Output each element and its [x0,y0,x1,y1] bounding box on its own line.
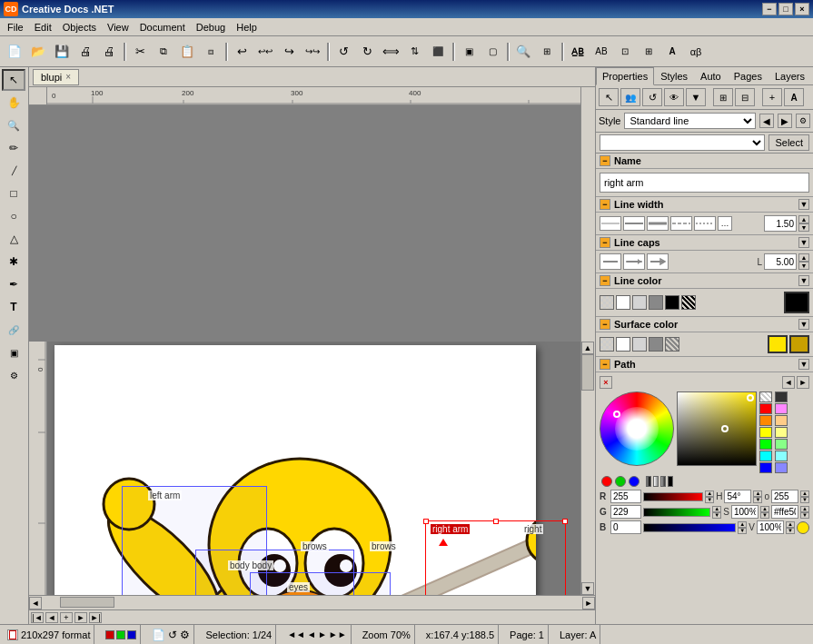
canvas-drawing-area[interactable]: left arm brows brows right arm right bod… [47,342,580,596]
linewidth-input[interactable] [764,215,797,232]
print-button[interactable]: 🖨 [74,41,96,63]
props-grid-btn[interactable]: ⊞ [713,88,733,106]
props-text-btn[interactable]: A [784,88,804,106]
name-toggle[interactable]: − [600,155,610,166]
window-controls[interactable]: − □ × [762,3,809,15]
surfacecolor-pattern[interactable] [665,337,679,352]
bar3[interactable] [660,476,666,487]
path-expand[interactable]: ▼ [798,359,809,370]
ungroup-button[interactable]: ▢ [481,41,503,63]
section-name-header[interactable]: − Name [596,154,813,169]
o-input[interactable] [771,490,798,503]
page-add-button[interactable]: + [60,612,73,623]
linewidth-toggle[interactable]: − [600,199,610,210]
section-linecaps-header[interactable]: − Line caps ▼ [596,235,813,251]
swatch-lgreen[interactable] [775,439,788,450]
scroll-left-button[interactable]: ◄ [29,597,42,609]
select-button[interactable]: Select [768,134,809,151]
swatch-lblue[interactable] [775,462,788,473]
tool-hand[interactable]: ✋ [2,92,25,114]
g-up[interactable]: ▲ [712,506,721,512]
b-up[interactable]: ▲ [738,521,747,528]
cap-style-1[interactable] [600,253,621,270]
group-button[interactable]: ▣ [458,41,480,63]
scrollbar-vertical[interactable]: ▲ ▼ [580,342,595,596]
bar4[interactable] [668,476,673,487]
section-path-header[interactable]: − Path ▼ [596,357,813,372]
section-linewidth-header[interactable]: − Line width ▼ [596,197,813,213]
r-up[interactable]: ▲ [705,490,714,497]
menu-file[interactable]: File [2,20,29,35]
props-dropdown-btn[interactable]: ▼ [686,88,706,106]
tool-line[interactable]: ╱ [2,160,25,182]
linecolor-expand[interactable]: ▼ [798,275,809,286]
canvas-area[interactable]: 0 100 200 300 400 [29,87,595,624]
linecolor-gray[interactable] [649,295,663,310]
rotate2-button[interactable]: ↻ [356,41,378,63]
rotate-button[interactable]: ↺ [332,41,354,63]
swatch-dark[interactable] [775,391,788,402]
linecaps-up[interactable]: ▲ [798,253,809,262]
save-button[interactable]: 💾 [51,41,73,63]
r-down[interactable]: ▼ [705,497,714,503]
s-up[interactable]: ▲ [760,506,769,512]
text4-button[interactable]: ⊞ [638,41,659,63]
surfacecolor-white[interactable] [616,337,630,352]
colorpicker-next[interactable]: ► [797,376,809,389]
tool-select[interactable]: ↖ [2,69,25,91]
r-input[interactable] [610,490,641,503]
g-input[interactable] [610,505,641,519]
page-last-button[interactable]: ►| [89,612,102,623]
tool-text[interactable]: T [2,296,25,318]
s-down[interactable]: ▼ [760,512,769,519]
scroll-track-v[interactable] [581,354,595,583]
scroll-thumb-h[interactable] [60,597,114,608]
tool-polygon[interactable]: △ [2,228,25,250]
dot-green[interactable] [615,476,626,487]
color-square[interactable] [677,391,757,466]
hex-down[interactable]: ▼ [800,512,809,519]
tab-close-button[interactable]: × [65,72,71,82]
close-button[interactable]: × [795,3,809,15]
bar2[interactable] [653,476,659,487]
swatch-green[interactable] [759,439,772,450]
line-style-5[interactable] [694,216,716,231]
tool-star[interactable]: ✱ [2,251,25,272]
h-down[interactable]: ▼ [753,497,762,503]
o-down[interactable]: ▼ [800,497,809,503]
cut-button[interactable]: ✂ [129,41,151,63]
redo2-button[interactable]: ↪↪ [302,41,323,63]
tab-auto[interactable]: Auto [694,67,728,84]
undo-button[interactable]: ↩ [231,41,253,63]
line-style-1[interactable] [600,216,621,231]
swatch-cyan[interactable] [759,451,772,461]
h-input[interactable] [724,490,751,503]
props-grid2-btn[interactable]: ⊟ [735,88,755,106]
linecolor-lgray[interactable] [632,295,647,310]
s-input[interactable] [731,505,758,519]
color-wheel[interactable] [600,391,674,466]
linecaps-expand[interactable]: ▼ [798,237,809,248]
paste2-button[interactable]: ⧈ [200,41,222,63]
linecolor-current[interactable] [784,292,809,313]
undo2-button[interactable]: ↩↩ [254,41,276,63]
zoom-out-button[interactable]: 🔍 [512,41,534,63]
page-first-button[interactable]: |◄ [31,612,44,623]
arrange-button[interactable]: ⬛ [427,41,449,63]
line-style-3[interactable] [647,216,669,231]
v-up[interactable]: ▲ [786,521,795,528]
surfacecolor-toggle[interactable]: − [600,319,610,330]
menu-edit[interactable]: Edit [29,20,57,35]
section-surfacecolor-header[interactable]: − Surface color ▼ [596,317,813,332]
dot-blue[interactable] [629,476,639,487]
line-style-4[interactable] [670,216,692,231]
flip-button[interactable]: ⟺ [380,41,402,63]
tool-zoom[interactable]: 🔍 [2,114,25,136]
paste-button[interactable]: 📋 [176,41,198,63]
print2-button[interactable]: 🖨 [98,41,120,63]
tool-pencil[interactable]: ✏ [2,137,25,159]
dot-red[interactable] [601,476,612,487]
scroll-right-button[interactable]: ► [582,597,595,609]
linecaps-down[interactable]: ▼ [798,262,809,270]
props-add-btn[interactable]: + [762,88,782,106]
